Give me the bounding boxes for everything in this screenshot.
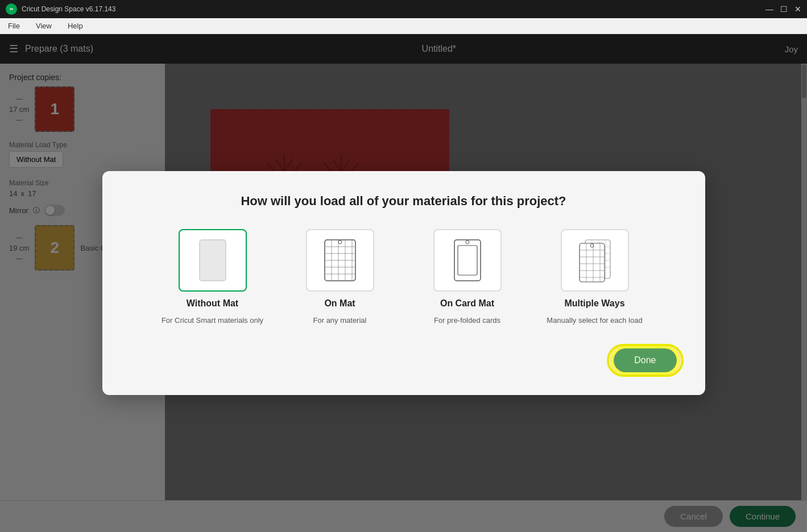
on-card-mat-title: On Card Mat	[440, 298, 494, 309]
on-card-mat-icon	[448, 238, 487, 283]
maximize-button[interactable]: ☐	[780, 5, 788, 13]
without-mat-icon	[193, 238, 233, 283]
menu-file[interactable]: File	[5, 20, 23, 31]
menu-view[interactable]: View	[32, 20, 55, 31]
option-on-card-mat[interactable]: On Card Mat For pre-folded cards	[411, 229, 524, 326]
modal-footer: Done	[131, 348, 677, 372]
svg-rect-23	[200, 240, 226, 281]
on-mat-desc: For any material	[313, 315, 367, 326]
without-mat-icon-box[interactable]	[179, 229, 247, 292]
on-card-mat-icon-box[interactable]	[433, 229, 502, 292]
app-title: Cricut Design Space v6.17.143	[22, 5, 761, 13]
titlebar: ✂ Cricut Design Space v6.17.143 — ☐ ✕	[0, 0, 807, 18]
modal-overlay: How will you load all of your materials …	[0, 34, 807, 532]
modal-dialog: How will you load all of your materials …	[102, 171, 705, 395]
on-mat-icon-box[interactable]	[306, 229, 374, 292]
multiple-ways-title: Multiple Ways	[564, 298, 624, 309]
multiple-ways-icon	[575, 238, 615, 283]
on-mat-title: On Mat	[324, 298, 355, 309]
on-card-mat-desc: For pre-folded cards	[434, 315, 500, 326]
on-mat-icon	[320, 238, 360, 283]
without-mat-title: Without Mat	[187, 298, 238, 309]
without-mat-desc: For Cricut Smart materials only	[162, 315, 263, 326]
done-button[interactable]: Done	[614, 348, 676, 372]
app-area: ☰ Prepare (3 mats) Untitled* Joy Project…	[0, 34, 807, 532]
menubar: File View Help	[0, 18, 807, 34]
multiple-ways-icon-box[interactable]	[561, 229, 629, 292]
option-on-mat[interactable]: On Mat For any material	[283, 229, 397, 326]
svg-rect-46	[580, 243, 605, 282]
app-logo: ✂	[6, 3, 17, 15]
modal-options: Without Mat For Cricut Smart materials o…	[131, 229, 677, 326]
minimize-button[interactable]: —	[765, 5, 773, 13]
done-wrapper: Done	[614, 348, 676, 372]
multiple-ways-desc: Manually select for each load	[547, 315, 642, 326]
menu-help[interactable]: Help	[64, 20, 86, 31]
option-without-mat[interactable]: Without Mat For Cricut Smart materials o…	[156, 229, 270, 326]
modal-title: How will you load all of your materials …	[131, 194, 677, 209]
window-controls: — ☐ ✕	[765, 5, 801, 13]
close-button[interactable]: ✕	[794, 5, 801, 13]
option-multiple-ways[interactable]: Multiple Ways Manually select for each l…	[538, 229, 652, 326]
